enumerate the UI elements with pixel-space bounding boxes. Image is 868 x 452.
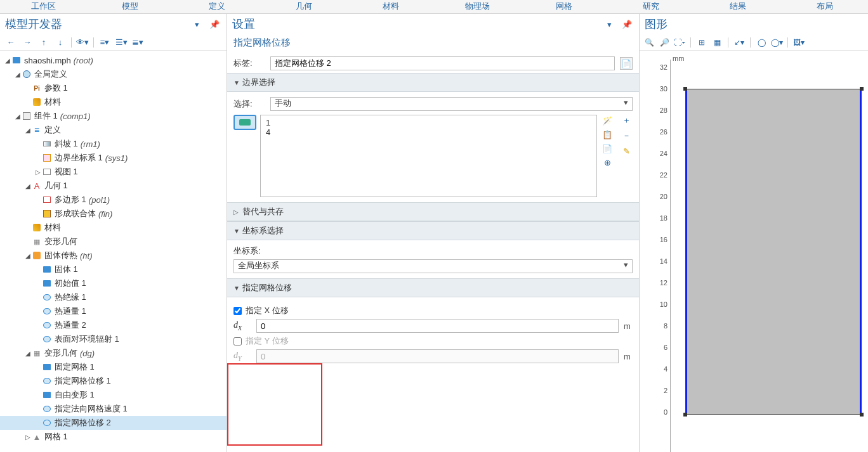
label-input[interactable] — [270, 56, 615, 70]
label-label: 标签: — [233, 58, 265, 69]
show-icon[interactable]: 👁▾ — [76, 36, 89, 49]
tree-mesh[interactable]: ▷▲ 网格 1 — [0, 430, 227, 444]
zoom-extents-icon[interactable]: ⊞ — [695, 36, 709, 49]
select-zoom-icon[interactable]: ⊕ — [601, 157, 614, 168]
section-boundary-selection[interactable]: ▼边界选择 — [227, 73, 639, 92]
zoom-sel-icon[interactable]: ▦ — [710, 36, 724, 49]
tree-polygon[interactable]: 多边形 1 (pol1) — [0, 193, 227, 207]
select-copy-icon[interactable]: 📋 — [601, 129, 614, 140]
settings-menu-icon[interactable]: ▾ — [602, 18, 616, 30]
top-tab-geometry[interactable]: 几何 — [260, 0, 347, 13]
label-row: 标签: 📄 — [227, 54, 639, 73]
panel-pin-icon[interactable]: 📌 — [207, 18, 221, 30]
tree-geometry[interactable]: ◢A 几何 1 — [0, 179, 227, 193]
tree-heat-transfer[interactable]: ◢ 固体传热 (ht) — [0, 249, 227, 262]
top-tab-mesh[interactable]: 网格 — [521, 0, 608, 13]
nav-fwd-icon[interactable]: → — [20, 36, 34, 49]
tree-definitions[interactable]: ◢≡ 定义 — [0, 123, 227, 137]
tree-root[interactable]: ◢ shaoshi.mph (root) — [0, 53, 227, 67]
y-tick: 18 — [660, 214, 667, 222]
panel-menu-icon[interactable]: ▾ — [190, 18, 204, 30]
section-override[interactable]: ▷替代与共存 — [227, 202, 639, 221]
top-tab-workspace[interactable]: 工作区 — [0, 0, 87, 13]
tree-component[interactable]: ◢ 组件 1 (comp1) — [0, 109, 227, 123]
tree-surface-radiation[interactable]: 表面对环境辐射 1 — [0, 332, 227, 346]
sel-mode2-icon[interactable]: ◯▾ — [770, 36, 784, 49]
tree-ramp[interactable]: 斜坡 1 (rm1) — [0, 137, 227, 151]
select-wand-icon[interactable]: 🪄 — [601, 115, 614, 126]
nav-down-icon[interactable]: ↓ — [53, 36, 67, 49]
section-coord-sys[interactable]: ▼坐标系选择 — [227, 221, 639, 240]
tree-view[interactable]: ▷ 视图 1 — [0, 165, 227, 179]
tree-parameters[interactable]: Pi 参数 1 — [0, 81, 227, 95]
select-paste-icon[interactable]: 📄 — [601, 143, 614, 154]
settings-subtitle: 指定网格位移 — [227, 34, 639, 54]
select-add-icon[interactable]: ＋ — [620, 115, 633, 126]
selected-boundary-1[interactable] — [685, 89, 687, 415]
expand-icon[interactable]: ☰▾ — [114, 36, 128, 49]
tree-thermal-insulation[interactable]: 热绝缘 1 — [0, 290, 227, 304]
top-tab-study[interactable]: 研究 — [608, 0, 695, 13]
tree-normal-mesh-velocity[interactable]: 指定法向网格速度 1 — [0, 402, 227, 416]
tree-prescribed-mesh-disp-2[interactable]: 指定网格位移 2 — [0, 416, 227, 430]
selection-item-4[interactable]: 4 — [266, 127, 591, 137]
zoom-in-icon[interactable]: 🔍 — [642, 36, 656, 49]
y-tick: 28 — [660, 107, 667, 114]
selection-activate-toggle[interactable] — [233, 115, 256, 130]
tree-prescribed-mesh-disp-1[interactable]: 指定网格位移 1 — [0, 374, 227, 388]
graphics-canvas[interactable]: mm 32 30 28 26 24 22 20 18 16 14 12 10 8… — [640, 51, 868, 452]
tree-initial-values[interactable]: 初始值 1 — [0, 276, 227, 290]
top-tab-definitions[interactable]: 定义 — [174, 0, 261, 13]
selection-list[interactable]: 1 4 — [260, 115, 597, 197]
geom-vertex[interactable] — [683, 413, 687, 416]
top-tab-materials[interactable]: 材料 — [347, 0, 434, 13]
dx-symbol: dX — [233, 320, 251, 332]
model-tree[interactable]: ◢ shaoshi.mph (root) ◢ 全局定义 Pi 参数 1 材料 ◢… — [0, 51, 227, 452]
y-tick: 6 — [664, 344, 667, 351]
geom-vertex[interactable] — [860, 87, 864, 91]
tree-global-def[interactable]: ◢ 全局定义 — [0, 67, 227, 81]
snapshot-icon[interactable]: 🖼▾ — [792, 36, 806, 49]
tree-free-deformation[interactable]: 自由变形 1 — [0, 388, 227, 402]
sel-mode-icon[interactable]: ◯ — [754, 36, 768, 49]
tree-heat-flux-2[interactable]: 热通量 2 — [0, 318, 227, 332]
select-edit-icon[interactable]: ✎ — [620, 145, 633, 157]
nav-up-icon[interactable]: ↑ — [37, 36, 51, 49]
dx-input[interactable] — [256, 319, 619, 333]
collapse-icon[interactable]: ≡▾ — [98, 36, 112, 49]
top-tab-results[interactable]: 结果 — [694, 0, 781, 13]
geom-vertex[interactable] — [683, 87, 687, 91]
checkbox-x-disp[interactable]: 指定 X 位移 — [233, 305, 289, 316]
settings-pin-icon[interactable]: 📌 — [620, 18, 634, 30]
axis-icon[interactable]: ↙▾ — [732, 36, 746, 49]
selection-dropdown[interactable]: 手动 — [270, 97, 633, 111]
selected-boundary-4[interactable] — [860, 89, 862, 415]
top-tab-layout[interactable]: 布局 — [781, 0, 868, 13]
geom-vertex[interactable] — [860, 413, 864, 416]
zoom-out-icon[interactable]: 🔎 — [657, 36, 671, 49]
tree-comp-materials[interactable]: 材料 — [0, 221, 227, 235]
coord-sys-dropdown[interactable]: 全局坐标系 — [233, 259, 633, 273]
nav-back-icon[interactable]: ← — [4, 36, 18, 49]
tree-global-materials[interactable]: 材料 — [0, 95, 227, 109]
checkbox-y-disp-input[interactable] — [233, 337, 242, 345]
tree-boundary-sys[interactable]: 边界坐标系 1 (sys1) — [0, 151, 227, 165]
tree-solid[interactable]: 固体 1 — [0, 262, 227, 276]
tree-heat-flux-1[interactable]: 热通量 1 — [0, 304, 227, 318]
checkbox-y-disp[interactable]: 指定 Y 位移 — [233, 335, 289, 347]
geometry-domain[interactable] — [685, 89, 862, 415]
filter-icon[interactable]: ≣▾ — [131, 36, 145, 49]
selection-item-1[interactable]: 1 — [266, 118, 591, 127]
tree-fixed-mesh[interactable]: 固定网格 1 — [0, 360, 227, 374]
label-tag-button[interactable]: 📄 — [620, 57, 633, 70]
tree-deformed-geom-1[interactable]: ▦ 变形几何 — [0, 235, 227, 249]
zoom-box-icon[interactable]: ⛶▾ — [673, 36, 687, 49]
checkbox-x-disp-input[interactable] — [233, 307, 242, 315]
dy-input — [256, 349, 619, 363]
section-prescribed-disp[interactable]: ▼指定网格位移 — [227, 278, 639, 297]
tree-deformed-geom-2[interactable]: ◢▦ 变形几何 (dg) — [0, 346, 227, 360]
top-tab-physics[interactable]: 物理场 — [434, 0, 521, 13]
select-remove-icon[interactable]: － — [620, 130, 633, 141]
top-tab-model[interactable]: 模型 — [87, 0, 174, 13]
tree-form-union[interactable]: 形成联合体 (fin) — [0, 207, 227, 221]
